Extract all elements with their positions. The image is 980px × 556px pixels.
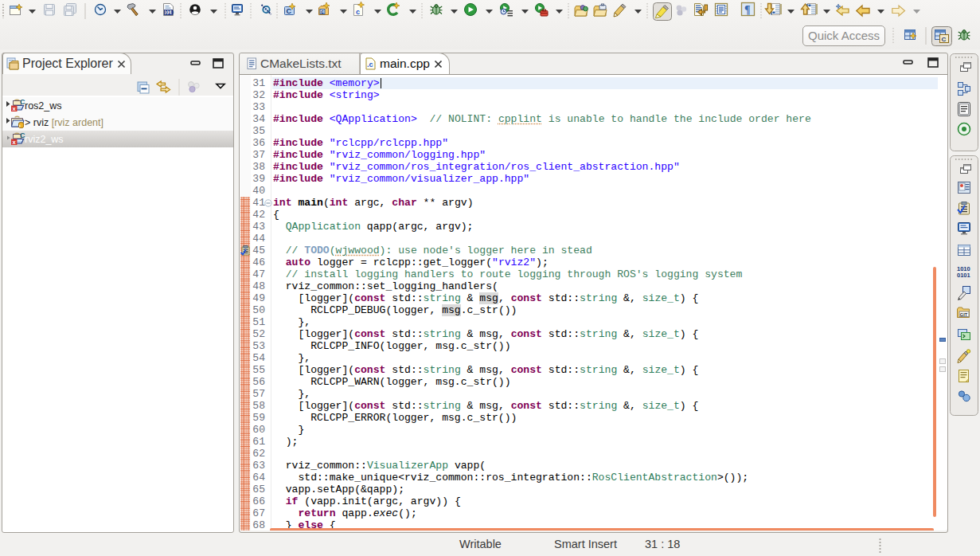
svg-text:¶: ¶ (744, 4, 751, 16)
svg-text:C: C (942, 36, 947, 43)
svg-text:0101: 0101 (957, 272, 970, 279)
svg-text:.c: .c (367, 61, 373, 69)
svg-text:c: c (356, 8, 360, 16)
svg-text:C: C (287, 7, 292, 15)
svg-text:010: 010 (165, 10, 174, 15)
svg-text:GIT: GIT (960, 312, 968, 317)
svg-text:c: c (321, 9, 324, 14)
